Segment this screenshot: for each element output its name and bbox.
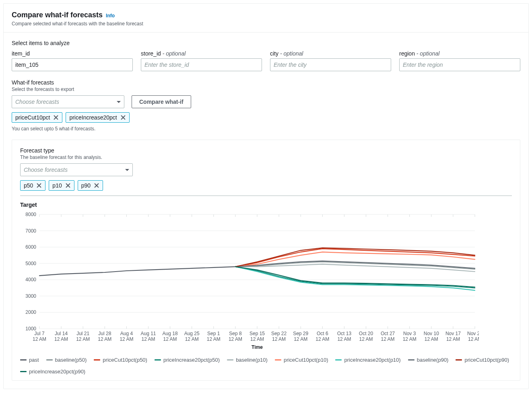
legend-label: priceIncrease20pct(p50): [163, 357, 220, 363]
svg-text:12 AM: 12 AM: [185, 336, 199, 342]
token-label: p90: [81, 182, 91, 189]
legend-item[interactable]: priceIncrease20pct(p90): [20, 369, 85, 375]
svg-text:Jul 7: Jul 7: [34, 331, 45, 336]
svg-text:3000: 3000: [25, 293, 36, 299]
input-item-id[interactable]: [12, 58, 133, 71]
legend-label: priceIncrease20pct(p10): [344, 357, 400, 363]
close-icon[interactable]: [65, 183, 71, 188]
svg-text:12 AM: 12 AM: [468, 336, 479, 342]
svg-text:5000: 5000: [25, 261, 36, 266]
svg-text:Aug 11: Aug 11: [140, 331, 156, 336]
field-city: city - optional: [270, 50, 391, 71]
close-icon[interactable]: [36, 183, 42, 188]
svg-text:12 AM: 12 AM: [446, 336, 460, 342]
svg-text:Jul 14: Jul 14: [55, 331, 68, 336]
legend-item[interactable]: baseline(p50): [46, 357, 87, 363]
svg-text:12 AM: 12 AM: [229, 336, 242, 342]
svg-text:Nov 10: Nov 10: [424, 331, 439, 336]
svg-text:12 AM: 12 AM: [250, 336, 264, 342]
label-store-id: store_id - optional: [141, 50, 262, 57]
svg-text:Sep 29: Sep 29: [293, 331, 308, 336]
legend-item[interactable]: baseline(p10): [227, 357, 268, 363]
label-region: region - optional: [399, 50, 520, 57]
legend-swatch: [155, 359, 161, 360]
svg-text:Aug 4: Aug 4: [120, 331, 133, 336]
svg-text:12 AM: 12 AM: [337, 336, 351, 342]
legend-swatch: [335, 359, 342, 360]
legend-label: priceCut10pct(p90): [464, 357, 509, 363]
panel-title-row: Compare what-if forecasts Info: [12, 11, 520, 19]
legend-item[interactable]: past: [20, 357, 39, 363]
svg-text:12 AM: 12 AM: [403, 336, 417, 342]
whatif-tokens: priceCut10pct priceIncrease20pct: [12, 112, 520, 123]
svg-text:12 AM: 12 AM: [33, 336, 46, 342]
svg-text:2000: 2000: [25, 309, 36, 315]
input-city[interactable]: [270, 58, 391, 71]
token-label: priceCut10pct: [15, 114, 50, 121]
svg-text:12 AM: 12 AM: [120, 336, 133, 342]
svg-text:Sep 8: Sep 8: [229, 331, 242, 336]
whatif-select-placeholder: Choose forecasts: [15, 99, 59, 105]
legend-swatch: [94, 359, 100, 360]
legend-item[interactable]: priceCut10pct(p10): [275, 357, 328, 363]
forecast-type-hint: The baseline forecast for this analysis.: [20, 154, 512, 160]
chevron-down-icon: [125, 169, 129, 171]
chart-legend: pastbaseline(p50)priceCut10pct(p50)price…: [20, 357, 512, 375]
forecast-type-select[interactable]: Choose forecasts: [20, 163, 133, 176]
forecast-type-tokens: p50 p10 p90: [20, 180, 512, 191]
forecast-type-title: Forecast type: [20, 147, 512, 154]
input-store-id[interactable]: [141, 58, 262, 71]
svg-text:Jul 21: Jul 21: [76, 331, 89, 336]
legend-item[interactable]: priceCut10pct(p50): [94, 357, 147, 363]
field-item-id: item_id: [12, 50, 133, 71]
svg-text:6000: 6000: [25, 244, 36, 250]
page-title: Compare what-if forecasts: [12, 11, 103, 19]
input-region[interactable]: [399, 58, 520, 71]
close-icon[interactable]: [120, 115, 126, 120]
token-label: p10: [52, 182, 62, 189]
svg-text:Oct 13: Oct 13: [337, 331, 352, 336]
select-items-title: Select items to analyze: [12, 40, 520, 46]
svg-text:12 AM: 12 AM: [294, 336, 307, 342]
close-icon[interactable]: [53, 115, 59, 120]
svg-text:Time: Time: [252, 344, 263, 350]
token-p50: p50: [20, 180, 45, 191]
chart-title: Target: [20, 202, 512, 208]
legend-swatch: [46, 359, 53, 360]
legend-item[interactable]: priceIncrease20pct(p50): [155, 357, 220, 363]
divider: [20, 196, 512, 196]
svg-text:Nov 17: Nov 17: [445, 331, 461, 336]
legend-item[interactable]: priceCut10pct(p90): [456, 357, 509, 363]
forecast-chart: 10002000300040005000600070008000Jul 712 …: [20, 210, 479, 351]
svg-text:Sep 1: Sep 1: [207, 331, 220, 336]
close-icon[interactable]: [94, 183, 99, 188]
token-label: priceIncrease20pct: [69, 114, 117, 121]
info-link[interactable]: Info: [106, 13, 115, 19]
legend-swatch: [227, 359, 233, 360]
legend-label: past: [29, 357, 39, 363]
panel-header: Compare what-if forecasts Info Compare s…: [4, 4, 528, 33]
legend-item[interactable]: baseline(p90): [408, 357, 449, 363]
token-priceincrease20pct: priceIncrease20pct: [66, 112, 129, 123]
label-city: city - optional: [270, 50, 391, 57]
compare-whatif-button[interactable]: Compare what-if: [132, 95, 191, 108]
svg-text:12 AM: 12 AM: [425, 336, 438, 342]
svg-text:Sep 15: Sep 15: [250, 331, 265, 336]
svg-text:12 AM: 12 AM: [207, 336, 221, 342]
legend-label: baseline(p50): [55, 357, 87, 363]
legend-swatch: [20, 371, 27, 372]
whatif-controls: Choose forecasts Compare what-if: [12, 95, 520, 108]
panel-subtitle: Compare selected what-if forecasts with …: [12, 21, 520, 27]
svg-text:Oct 20: Oct 20: [359, 331, 373, 336]
legend-label: baseline(p10): [236, 357, 268, 363]
legend-swatch: [275, 359, 281, 360]
legend-label: priceIncrease20pct(p90): [29, 369, 85, 375]
svg-text:12 AM: 12 AM: [272, 336, 286, 342]
token-p90: p90: [78, 180, 103, 191]
legend-label: priceCut10pct(p50): [103, 357, 147, 363]
svg-text:Aug 18: Aug 18: [163, 331, 178, 336]
svg-text:12 AM: 12 AM: [359, 336, 373, 342]
svg-text:12 AM: 12 AM: [163, 336, 177, 342]
legend-item[interactable]: priceIncrease20pct(p10): [335, 357, 400, 363]
whatif-select[interactable]: Choose forecasts: [12, 95, 124, 108]
